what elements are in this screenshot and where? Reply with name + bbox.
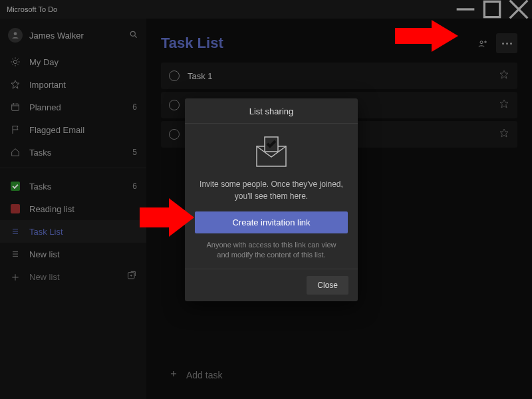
dialog-subtext: Anyone with access to this link can view… — [198, 240, 344, 261]
svg-marker-45 — [395, 20, 458, 52]
annotation-arrow-icon — [140, 198, 194, 239]
dialog-invite-text: Invite some people. Once they've joined,… — [198, 178, 344, 202]
envelope-check-icon — [250, 133, 293, 172]
dialog-title: List sharing — [185, 98, 358, 124]
list-sharing-dialog: List sharing Invite some people. Once th… — [185, 98, 358, 301]
svg-marker-46 — [140, 198, 194, 237]
annotation-arrow-icon — [395, 20, 458, 55]
app-window: Microsoft To Do James Walker — [0, 0, 532, 399]
dialog-close-button[interactable]: Close — [307, 276, 348, 295]
create-invitation-link-button[interactable]: Create invitation link — [195, 211, 348, 233]
